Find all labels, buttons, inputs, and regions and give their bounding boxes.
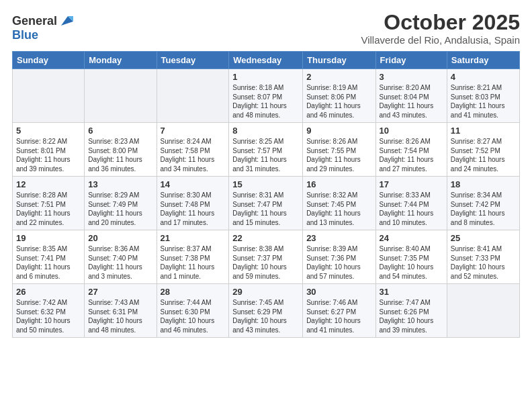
calendar-week-row: 5Sunrise: 8:22 AM Sunset: 8:01 PM Daylig… bbox=[13, 123, 520, 177]
calendar-cell: 25Sunrise: 8:41 AM Sunset: 7:33 PM Dayli… bbox=[447, 230, 519, 284]
day-number: 2 bbox=[306, 72, 371, 82]
day-info: Sunrise: 8:27 AM Sunset: 7:52 PM Dayligh… bbox=[451, 137, 516, 173]
day-number: 1 bbox=[232, 72, 299, 82]
calendar-cell: 12Sunrise: 8:28 AM Sunset: 7:51 PM Dayli… bbox=[13, 177, 85, 230]
day-info: Sunrise: 8:19 AM Sunset: 8:06 PM Dayligh… bbox=[306, 83, 371, 120]
day-info: Sunrise: 8:26 AM Sunset: 7:54 PM Dayligh… bbox=[380, 137, 443, 173]
calendar-cell: 13Sunrise: 8:29 AM Sunset: 7:49 PM Dayli… bbox=[85, 177, 157, 230]
day-info: Sunrise: 7:43 AM Sunset: 6:31 PM Dayligh… bbox=[88, 298, 152, 334]
col-monday: Monday bbox=[85, 52, 157, 69]
day-info: Sunrise: 7:47 AM Sunset: 6:26 PM Dayligh… bbox=[380, 298, 443, 334]
calendar-cell: 4Sunrise: 8:21 AM Sunset: 8:03 PM Daylig… bbox=[447, 69, 519, 123]
day-number: 21 bbox=[161, 233, 226, 243]
day-info: Sunrise: 8:34 AM Sunset: 7:42 PM Dayligh… bbox=[451, 191, 516, 227]
day-info: Sunrise: 8:32 AM Sunset: 7:45 PM Dayligh… bbox=[306, 191, 371, 227]
day-info: Sunrise: 7:46 AM Sunset: 6:27 PM Dayligh… bbox=[306, 298, 371, 334]
calendar-cell: 3Sunrise: 8:20 AM Sunset: 8:04 PM Daylig… bbox=[375, 69, 447, 123]
day-number: 17 bbox=[380, 179, 443, 189]
day-number: 22 bbox=[232, 233, 299, 243]
day-number: 23 bbox=[306, 233, 371, 243]
day-number: 30 bbox=[306, 287, 371, 297]
calendar-cell: 30Sunrise: 7:46 AM Sunset: 6:27 PM Dayli… bbox=[303, 284, 375, 338]
day-number: 8 bbox=[232, 126, 299, 136]
calendar-week-row: 1Sunrise: 8:18 AM Sunset: 8:07 PM Daylig… bbox=[13, 69, 520, 123]
day-info: Sunrise: 8:20 AM Sunset: 8:04 PM Dayligh… bbox=[380, 83, 443, 120]
day-info: Sunrise: 8:29 AM Sunset: 7:49 PM Dayligh… bbox=[88, 191, 152, 227]
day-info: Sunrise: 8:24 AM Sunset: 7:58 PM Dayligh… bbox=[161, 137, 226, 173]
day-number: 27 bbox=[88, 287, 152, 297]
day-info: Sunrise: 8:25 AM Sunset: 7:57 PM Dayligh… bbox=[232, 137, 299, 173]
calendar-cell bbox=[13, 69, 85, 123]
calendar-cell: 5Sunrise: 8:22 AM Sunset: 8:01 PM Daylig… bbox=[13, 123, 85, 177]
calendar-cell: 19Sunrise: 8:35 AM Sunset: 7:41 PM Dayli… bbox=[13, 230, 85, 284]
calendar-week-row: 12Sunrise: 8:28 AM Sunset: 7:51 PM Dayli… bbox=[13, 177, 520, 230]
day-number: 16 bbox=[306, 179, 371, 189]
day-number: 26 bbox=[16, 287, 81, 297]
calendar-cell: 9Sunrise: 8:26 AM Sunset: 7:55 PM Daylig… bbox=[303, 123, 375, 177]
col-thursday: Thursday bbox=[303, 52, 375, 69]
day-number: 13 bbox=[88, 179, 152, 189]
logo-icon bbox=[58, 13, 73, 28]
calendar-cell: 7Sunrise: 8:24 AM Sunset: 7:58 PM Daylig… bbox=[157, 123, 229, 177]
day-number: 24 bbox=[380, 233, 443, 243]
day-number: 14 bbox=[161, 179, 226, 189]
calendar-cell: 10Sunrise: 8:26 AM Sunset: 7:54 PM Dayli… bbox=[375, 123, 447, 177]
logo-general-text: General bbox=[12, 14, 57, 28]
calendar-cell: 23Sunrise: 8:39 AM Sunset: 7:36 PM Dayli… bbox=[303, 230, 375, 284]
calendar-table: Sunday Monday Tuesday Wednesday Thursday… bbox=[12, 51, 520, 338]
day-info: Sunrise: 7:45 AM Sunset: 6:29 PM Dayligh… bbox=[232, 298, 299, 334]
day-info: Sunrise: 8:38 AM Sunset: 7:37 PM Dayligh… bbox=[232, 244, 299, 281]
day-number: 15 bbox=[232, 179, 299, 189]
calendar-cell: 29Sunrise: 7:45 AM Sunset: 6:29 PM Dayli… bbox=[229, 284, 303, 338]
logo: General Blue bbox=[12, 13, 73, 42]
calendar-cell: 31Sunrise: 7:47 AM Sunset: 6:26 PM Dayli… bbox=[375, 284, 447, 338]
day-number: 5 bbox=[16, 126, 81, 136]
calendar-cell: 27Sunrise: 7:43 AM Sunset: 6:31 PM Dayli… bbox=[85, 284, 157, 338]
day-info: Sunrise: 8:39 AM Sunset: 7:36 PM Dayligh… bbox=[306, 244, 371, 281]
calendar-cell: 16Sunrise: 8:32 AM Sunset: 7:45 PM Dayli… bbox=[303, 177, 375, 230]
day-info: Sunrise: 7:42 AM Sunset: 6:32 PM Dayligh… bbox=[16, 298, 81, 334]
day-number: 31 bbox=[380, 287, 443, 297]
day-number: 12 bbox=[16, 179, 81, 189]
day-info: Sunrise: 8:22 AM Sunset: 8:01 PM Dayligh… bbox=[16, 137, 81, 173]
day-info: Sunrise: 8:18 AM Sunset: 8:07 PM Dayligh… bbox=[232, 83, 299, 120]
day-number: 10 bbox=[380, 126, 443, 136]
calendar-cell: 15Sunrise: 8:31 AM Sunset: 7:47 PM Dayli… bbox=[229, 177, 303, 230]
day-info: Sunrise: 8:36 AM Sunset: 7:40 PM Dayligh… bbox=[88, 244, 152, 281]
calendar-cell: 2Sunrise: 8:19 AM Sunset: 8:06 PM Daylig… bbox=[303, 69, 375, 123]
calendar-week-row: 19Sunrise: 8:35 AM Sunset: 7:41 PM Dayli… bbox=[13, 230, 520, 284]
title-block: October 2025 Villaverde del Rio, Andalus… bbox=[361, 11, 520, 46]
day-number: 3 bbox=[380, 72, 443, 82]
day-number: 20 bbox=[88, 233, 152, 243]
logo-blue-text: Blue bbox=[12, 28, 38, 42]
day-info: Sunrise: 8:28 AM Sunset: 7:51 PM Dayligh… bbox=[16, 191, 81, 227]
day-number: 28 bbox=[161, 287, 226, 297]
day-info: Sunrise: 7:44 AM Sunset: 6:30 PM Dayligh… bbox=[161, 298, 226, 334]
calendar-cell: 14Sunrise: 8:30 AM Sunset: 7:48 PM Dayli… bbox=[157, 177, 229, 230]
calendar-cell: 17Sunrise: 8:33 AM Sunset: 7:44 PM Dayli… bbox=[375, 177, 447, 230]
day-number: 6 bbox=[88, 126, 152, 136]
day-info: Sunrise: 8:23 AM Sunset: 8:00 PM Dayligh… bbox=[88, 137, 152, 173]
calendar-title: October 2025 bbox=[361, 11, 520, 34]
day-info: Sunrise: 8:21 AM Sunset: 8:03 PM Dayligh… bbox=[451, 83, 516, 120]
calendar-cell: 8Sunrise: 8:25 AM Sunset: 7:57 PM Daylig… bbox=[229, 123, 303, 177]
calendar-cell: 28Sunrise: 7:44 AM Sunset: 6:30 PM Dayli… bbox=[157, 284, 229, 338]
day-number: 4 bbox=[451, 72, 516, 82]
page: General Blue October 2025 Villaverde del… bbox=[0, 0, 532, 411]
day-info: Sunrise: 8:40 AM Sunset: 7:35 PM Dayligh… bbox=[380, 244, 443, 281]
calendar-location: Villaverde del Rio, Andalusia, Spain bbox=[361, 34, 520, 46]
day-info: Sunrise: 8:26 AM Sunset: 7:55 PM Dayligh… bbox=[306, 137, 371, 173]
day-number: 29 bbox=[232, 287, 299, 297]
day-info: Sunrise: 8:31 AM Sunset: 7:47 PM Dayligh… bbox=[232, 191, 299, 227]
col-saturday: Saturday bbox=[447, 52, 519, 69]
calendar-header-row: Sunday Monday Tuesday Wednesday Thursday… bbox=[13, 52, 520, 69]
day-number: 11 bbox=[451, 126, 516, 136]
calendar-cell: 20Sunrise: 8:36 AM Sunset: 7:40 PM Dayli… bbox=[85, 230, 157, 284]
calendar-cell: 18Sunrise: 8:34 AM Sunset: 7:42 PM Dayli… bbox=[447, 177, 519, 230]
calendar-week-row: 26Sunrise: 7:42 AM Sunset: 6:32 PM Dayli… bbox=[13, 284, 520, 338]
day-info: Sunrise: 8:41 AM Sunset: 7:33 PM Dayligh… bbox=[451, 244, 516, 281]
calendar-cell: 26Sunrise: 7:42 AM Sunset: 6:32 PM Dayli… bbox=[13, 284, 85, 338]
calendar-cell: 6Sunrise: 8:23 AM Sunset: 8:00 PM Daylig… bbox=[85, 123, 157, 177]
day-number: 25 bbox=[451, 233, 516, 243]
calendar-cell: 1Sunrise: 8:18 AM Sunset: 8:07 PM Daylig… bbox=[229, 69, 303, 123]
